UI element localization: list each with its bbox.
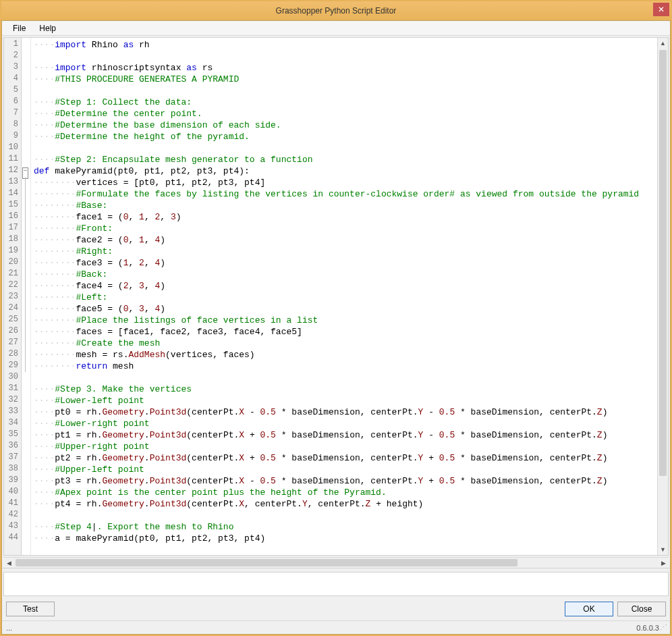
- statusbar: ... 0.6.0.3 ⋰: [2, 620, 670, 634]
- window-title: Grasshopper Python Script Editor: [276, 6, 397, 16]
- menubar: File Help: [2, 21, 670, 36]
- scroll-right-icon[interactable]: ▶: [658, 558, 669, 568]
- fold-column[interactable]: −: [22, 38, 31, 555]
- scroll-track[interactable]: [658, 49, 668, 544]
- horizontal-scrollbar[interactable]: ◀ ▶: [3, 557, 669, 568]
- scroll-left-icon[interactable]: ◀: [3, 558, 14, 568]
- window-body: File Help 123456789101112131415161718192…: [1, 20, 671, 635]
- menu-file[interactable]: File: [6, 22, 32, 35]
- resize-grip-icon[interactable]: ⋰: [659, 623, 666, 632]
- code-editor[interactable]: 1234567891011121314151617181920212223242…: [3, 37, 669, 556]
- code-content[interactable]: ····import Rhino as rh····import rhinosc…: [31, 38, 657, 555]
- scroll-track-h[interactable]: [14, 558, 658, 568]
- vertical-scrollbar[interactable]: ▲ ▼: [657, 38, 668, 555]
- status-left: ...: [6, 624, 12, 632]
- test-button[interactable]: Test: [6, 602, 55, 616]
- splitter[interactable]: [2, 568, 670, 571]
- scroll-thumb-h[interactable]: [16, 559, 517, 566]
- scroll-down-icon[interactable]: ▼: [658, 544, 668, 555]
- scroll-thumb[interactable]: [659, 50, 667, 476]
- close-icon: ✕: [658, 5, 665, 14]
- ok-button[interactable]: OK: [565, 602, 613, 616]
- menu-help[interactable]: Help: [32, 22, 63, 35]
- window-close-button[interactable]: ✕: [653, 3, 669, 16]
- line-number-gutter: 1234567891011121314151617181920212223242…: [4, 38, 22, 555]
- titlebar[interactable]: Grasshopper Python Script Editor ✕: [1, 1, 671, 20]
- status-version: 0.6.0.3: [636, 624, 659, 632]
- button-row: Test OK Close: [2, 598, 670, 620]
- output-panel[interactable]: [3, 572, 669, 596]
- scroll-up-icon[interactable]: ▲: [658, 38, 668, 49]
- close-button[interactable]: Close: [617, 602, 666, 616]
